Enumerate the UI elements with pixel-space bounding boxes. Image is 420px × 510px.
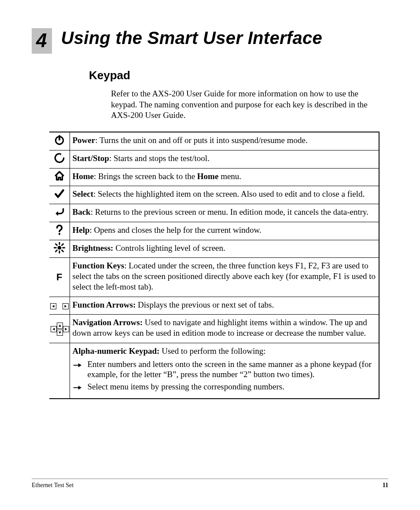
svg-line-11 (62, 244, 63, 245)
help-icon (49, 222, 70, 240)
help-desc: Help: Opens and closes the help for the … (70, 222, 379, 240)
brightness-desc: Brightness: Controls lighting level of s… (70, 240, 379, 258)
back-desc: Back: Returns to the previous screen or … (70, 204, 379, 222)
svg-point-3 (57, 246, 61, 249)
home-icon (49, 168, 70, 186)
select-desc: Select: Selects the highlighted item on … (70, 186, 379, 204)
table-row: Start/Stop: Starts and stops the test/to… (49, 150, 379, 168)
page-number: 11 (383, 482, 388, 489)
page: 4 Using the Smart User Interface Keypad … (0, 0, 420, 510)
svg-rect-1 (59, 135, 60, 140)
keypad-table: Power: Turns the unit on and off or puts… (49, 132, 379, 399)
footer-rule (32, 478, 388, 479)
function-keys-desc: Function Keys: Located under the screen,… (70, 258, 379, 297)
alnum-bullets: Enter numbers and letters onto the scree… (73, 359, 376, 392)
footer-title: Ethernet Test Set (32, 482, 74, 489)
table-row: F Function Keys: Located under the scree… (49, 258, 379, 297)
navigation-arrows-desc: Navigation Arrows: Used to navigate and … (70, 315, 379, 343)
page-footer: Ethernet Test Set 11 (32, 478, 388, 489)
brightness-icon (49, 240, 70, 258)
alpha-numeric-icon (49, 343, 70, 399)
svg-line-10 (55, 250, 57, 251)
start-stop-desc: Start/Stop: Starts and stops the test/to… (70, 150, 379, 168)
function-arrows-desc: Function Arrows: Displays the previous o… (70, 297, 379, 315)
home-desc: Home: Brings the screen back to the Home… (70, 168, 379, 186)
svg-line-9 (62, 250, 63, 251)
table-row: Help: Opens and closes the help for the … (49, 222, 379, 240)
bullet-arrow-icon (73, 360, 82, 371)
table-row: Home: Brings the screen back to the Home… (49, 168, 379, 186)
power-desc: Power: Turns the unit on and off or puts… (70, 132, 379, 150)
navigation-arrows-icon (49, 315, 70, 343)
chapter-number: 4 (32, 28, 52, 54)
chapter-header: 4 Using the Smart User Interface (32, 28, 388, 54)
alpha-numeric-desc: Alpha-numeric Keypad: Used to perform th… (70, 343, 379, 399)
bullet-arrow-icon (73, 383, 82, 393)
section-heading: Keypad (89, 69, 388, 82)
power-icon (49, 132, 70, 150)
svg-line-8 (55, 244, 57, 245)
table-row: Power: Turns the unit on and off or puts… (49, 132, 379, 150)
start-stop-icon (49, 150, 70, 168)
intro-paragraph: Refer to the AXS-200 User Guide for more… (111, 88, 379, 121)
table-row: Back: Returns to the previous screen or … (49, 204, 379, 222)
svg-point-2 (59, 233, 60, 235)
table-row: Function Arrows: Displays the previous o… (49, 297, 379, 315)
select-icon (49, 186, 70, 204)
table-row: Select: Selects the highlighted item on … (49, 186, 379, 204)
chapter-title: Using the Smart User Interface (61, 28, 322, 48)
table-row: Navigation Arrows: Used to navigate and … (49, 315, 379, 343)
function-keys-icon: F (49, 258, 70, 297)
table-row: Alpha-numeric Keypad: Used to perform th… (49, 343, 379, 399)
table-row: Brightness: Controls lighting level of s… (49, 240, 379, 258)
list-item: Enter numbers and letters onto the scree… (73, 359, 376, 380)
list-item: Select menu items by pressing the corres… (73, 382, 376, 392)
function-arrows-icon (49, 297, 70, 315)
back-icon (49, 204, 70, 222)
